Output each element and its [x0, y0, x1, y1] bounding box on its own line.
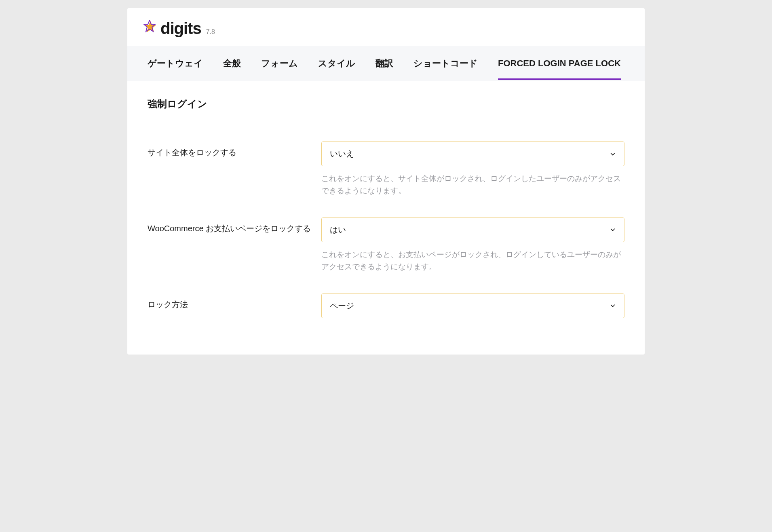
field-control-lock-site: いいえ これをオンにすると、サイト全体がロックされ、ログインしたユーザーのみがア… — [321, 141, 624, 197]
select-value-lock-method: ページ — [330, 300, 354, 311]
field-control-lock-woocommerce: はい これをオンにすると、お支払いページがロックされ、ログインしているユーザーの… — [321, 217, 624, 273]
tab-shortcode[interactable]: ショートコード — [413, 46, 478, 81]
header: digits 7.8 — [127, 8, 645, 46]
field-lock-site: サイト全体をロックする いいえ これをオンにすると、サイト全体がロックされ、ログ… — [148, 141, 624, 197]
chevron-down-icon — [610, 302, 616, 309]
select-lock-method[interactable]: ページ — [321, 293, 624, 318]
select-value-lock-site: いいえ — [330, 148, 354, 159]
tab-style[interactable]: スタイル — [318, 46, 355, 81]
tab-general[interactable]: 全般 — [223, 46, 241, 81]
field-label-lock-method: ロック方法 — [148, 293, 321, 310]
field-label-lock-woocommerce: WooCommerce お支払いページをロックする — [148, 217, 321, 234]
field-label-lock-site: サイト全体をロックする — [148, 141, 321, 158]
tab-forced-login[interactable]: FORCED LOGIN PAGE LOCK — [498, 47, 621, 80]
section-title: 強制ログイン — [148, 97, 624, 117]
tab-translate[interactable]: 翻訳 — [375, 46, 393, 81]
version-label: 7.8 — [206, 28, 215, 36]
field-lock-woocommerce: WooCommerce お支払いページをロックする はい これをオンにすると、お… — [148, 217, 624, 273]
logo-icon — [143, 20, 157, 34]
field-control-lock-method: ページ — [321, 293, 624, 318]
select-lock-site[interactable]: いいえ — [321, 141, 624, 166]
field-description-lock-site: これをオンにすると、サイト全体がロックされ、ログインしたユーザーのみがアクセスで… — [321, 173, 624, 197]
chevron-down-icon — [610, 226, 616, 233]
tab-gateway[interactable]: ゲートウェイ — [148, 46, 203, 81]
settings-panel: digits 7.8 ゲートウェイ 全般 フォーム スタイル 翻訳 ショートコー… — [127, 8, 645, 355]
field-lock-method: ロック方法 ページ — [148, 293, 624, 318]
tab-bar: ゲートウェイ 全般 フォーム スタイル 翻訳 ショートコード FORCED LO… — [127, 46, 645, 81]
field-description-lock-woocommerce: これをオンにすると、お支払いページがロックされ、ログインしているユーザーのみがア… — [321, 249, 624, 273]
select-lock-woocommerce[interactable]: はい — [321, 217, 624, 242]
chevron-down-icon — [610, 151, 616, 157]
brand-name: digits — [160, 19, 201, 38]
content-area: 強制ログイン サイト全体をロックする いいえ これをオンにすると、サイト全体がロ… — [127, 81, 645, 355]
tab-form[interactable]: フォーム — [261, 46, 298, 81]
select-value-lock-woocommerce: はい — [330, 224, 346, 235]
